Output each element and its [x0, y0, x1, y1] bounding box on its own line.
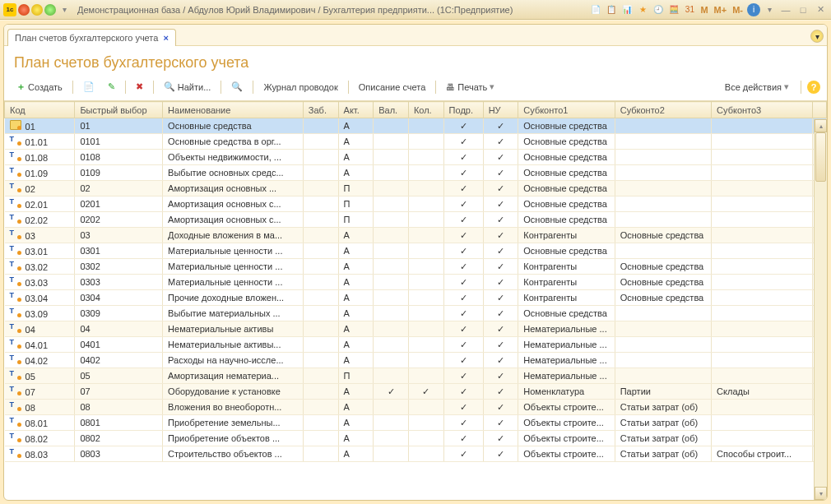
cell	[712, 228, 813, 243]
table-row[interactable]: 0101Основные средстваА✓✓Основные средств…	[5, 118, 827, 134]
traffic-red-icon[interactable]	[18, 4, 30, 16]
table-row[interactable]: 03.040304Прочие доходные вложен...А✓✓Кон…	[5, 290, 827, 306]
traffic-yellow-icon[interactable]	[31, 4, 43, 16]
edit-button[interactable]: ✎	[102, 79, 121, 95]
table-row[interactable]: 0202Амортизация основных ...П✓✓Основные …	[5, 181, 827, 197]
cell: 04	[5, 321, 75, 337]
cell: А	[338, 275, 374, 290]
cell	[303, 337, 338, 353]
table-row[interactable]: 08.030803Строительство объектов ...А✓✓Об…	[5, 446, 827, 462]
column-header[interactable]: Код	[5, 102, 75, 118]
find-button[interactable]: 🔍 Найти...	[158, 79, 217, 95]
history-icon[interactable]: 🕘	[652, 3, 665, 16]
minimize-button[interactable]: —	[778, 3, 793, 16]
info-icon[interactable]: i	[747, 3, 760, 16]
description-button[interactable]: Описание счета	[353, 80, 432, 95]
cell: А	[338, 150, 374, 165]
cell	[408, 400, 443, 415]
cell: ✓	[483, 353, 518, 368]
delete-button[interactable]: ✖	[130, 79, 149, 95]
column-header[interactable]: Акт.	[338, 102, 374, 118]
m-plus-button[interactable]: M+	[713, 5, 729, 15]
table-row[interactable]: 03.030303Материальные ценности ...А✓✓Кон…	[5, 275, 827, 290]
favorite-icon[interactable]: ★	[636, 3, 649, 16]
tool-icon-2[interactable]: 📋	[605, 3, 618, 16]
calculator-icon[interactable]: 🧮	[667, 3, 680, 16]
m-minus-button[interactable]: M-	[731, 5, 745, 15]
cell: 0309	[75, 306, 163, 321]
scroll-down-button[interactable]: ▾	[815, 487, 827, 500]
m-button[interactable]: M	[699, 5, 709, 15]
cell: Амортизация основных с...	[163, 197, 304, 212]
cell: Статьи затрат (об)	[615, 446, 711, 462]
dropdown-icon[interactable]: ▾	[58, 3, 71, 16]
column-header[interactable]: Кол.	[408, 102, 443, 118]
print-button[interactable]: 🖶 Печать ▾	[440, 79, 500, 95]
cell	[712, 212, 813, 228]
cell: 05	[75, 368, 163, 384]
table-row[interactable]: 0505Амортизация нематериа...П✓✓Нематериа…	[5, 368, 827, 384]
traffic-green-icon[interactable]	[44, 4, 56, 16]
calendar-icon[interactable]: 31	[683, 3, 696, 16]
all-actions-button[interactable]: Все действия ▾	[719, 79, 795, 95]
create-button[interactable]: ＋ Создать	[11, 78, 68, 95]
vertical-scrollbar[interactable]: ▴ ▾	[814, 119, 827, 500]
copy-button[interactable]: 📄	[77, 79, 100, 95]
table-row[interactable]: 02.010201Амортизация основных с...П✓✓Осн…	[5, 197, 827, 212]
cell: ✓	[483, 306, 518, 321]
panel-menu-icon[interactable]: ▾	[810, 30, 824, 43]
table-row[interactable]: 03.020302Материальные ценности ...А✓✓Кон…	[5, 259, 827, 275]
cell: 02.01	[5, 197, 75, 212]
tool-icon-3[interactable]: 📊	[620, 3, 634, 16]
table-row[interactable]: 01.010101Основные средства в орг...А✓✓Ос…	[5, 134, 827, 150]
table-row[interactable]: 0808Вложения во внеоборотн...А✓✓Объекты …	[5, 400, 827, 415]
cell	[712, 197, 813, 212]
column-header[interactable]: Быстрый выбор	[75, 102, 163, 118]
cell	[408, 431, 443, 446]
tab-close-icon[interactable]: ×	[163, 33, 168, 43]
close-button[interactable]: ✕	[813, 3, 828, 16]
column-header[interactable]: Заб.	[303, 102, 338, 118]
column-header[interactable]: Вал.	[374, 102, 409, 118]
cell: ✓	[443, 259, 483, 275]
tab-chart-of-accounts[interactable]: План счетов бухгалтерского учета ×	[7, 29, 176, 46]
column-header[interactable]: Субконто3	[712, 102, 813, 118]
table-row[interactable]: 0404Нематериальные активыА✓✓Нематериальн…	[5, 321, 827, 337]
scroll-up-button[interactable]: ▴	[815, 119, 827, 132]
cell: Вложения во внеоборотн...	[163, 400, 304, 415]
table-row[interactable]: 0303Доходные вложения в ма...А✓✓Контраге…	[5, 228, 827, 243]
tab-label: План счетов бухгалтерского учета	[15, 33, 158, 43]
column-header[interactable]: Субконто1	[518, 102, 615, 118]
dropdown-icon-2[interactable]: ▾	[763, 3, 776, 16]
accounts-table[interactable]: КодБыстрый выборНаименованиеЗаб.Акт.Вал.…	[4, 101, 827, 462]
tool-icon-1[interactable]: 📄	[589, 3, 602, 16]
help-icon[interactable]: ?	[807, 81, 820, 94]
cell	[408, 415, 443, 431]
column-header[interactable]: Наименование	[163, 102, 304, 118]
column-header[interactable]: Подр.	[443, 102, 483, 118]
scroll-thumb[interactable]	[815, 132, 826, 182]
cell: 03.01	[5, 243, 75, 259]
row-icon	[10, 167, 21, 177]
table-row[interactable]: 04.020402Расходы на научно-иссле...А✓✓Не…	[5, 353, 827, 368]
journal-button[interactable]: Журнал проводок	[258, 80, 343, 95]
table-row[interactable]: 0707Оборудование к установкеА✓✓✓✓Номенкл…	[5, 384, 827, 400]
table-row[interactable]: 08.020802Приобретение объектов ...А✓✓Объ…	[5, 431, 827, 446]
cell: ✓	[443, 150, 483, 165]
table-row[interactable]: 01.090109Выбытие основных средс...А✓✓Осн…	[5, 165, 827, 181]
cell: ✓	[443, 446, 483, 462]
table-row[interactable]: 08.010801Приобретение земельны...А✓✓Объе…	[5, 415, 827, 431]
row-icon	[10, 229, 21, 239]
cell	[712, 400, 813, 415]
column-header[interactable]: НУ	[483, 102, 518, 118]
table-row[interactable]: 03.090309Выбытие материальных ...А✓✓Осно…	[5, 306, 827, 321]
table-row[interactable]: 01.080108Объекты недвижимости, ...А✓✓Осн…	[5, 150, 827, 165]
cell	[615, 321, 711, 337]
cell	[374, 306, 409, 321]
column-header[interactable]: Субконто2	[615, 102, 711, 118]
maximize-button[interactable]: □	[796, 3, 810, 16]
table-row[interactable]: 04.010401Нематериальные активы...А✓✓Нема…	[5, 337, 827, 353]
table-row[interactable]: 03.010301Материальные ценности ...А✓✓Осн…	[5, 243, 827, 259]
clear-search-button[interactable]: 🔍	[225, 79, 248, 95]
table-row[interactable]: 02.020202Амортизация основных с...П✓✓Осн…	[5, 212, 827, 228]
